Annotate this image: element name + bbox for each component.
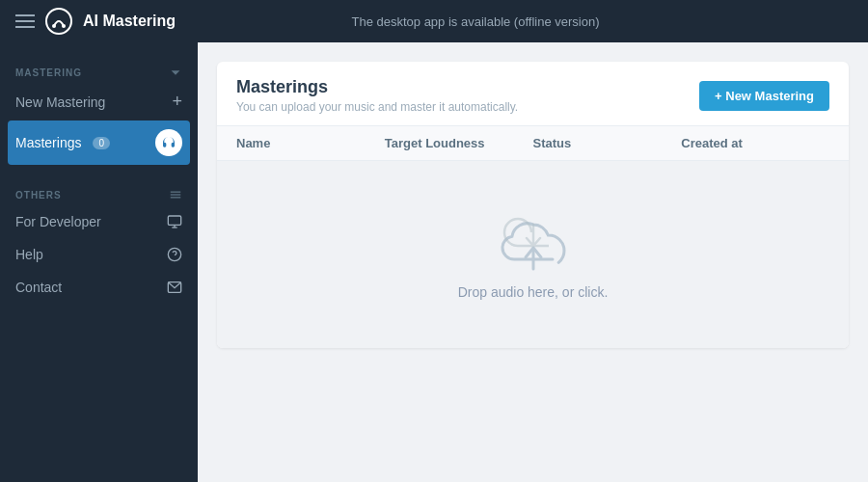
sidebar-item-label: New Mastering xyxy=(15,94,105,110)
topbar-notification: The desktop app is available (offline ve… xyxy=(351,14,599,29)
masterings-card: Masterings You can upload your music and… xyxy=(217,62,849,348)
card-header-text: Masterings You can upload your music and… xyxy=(236,77,518,114)
sidebar-item-label: For Developer xyxy=(15,214,101,229)
masterings-badge: 0 xyxy=(93,137,110,149)
svg-rect-5 xyxy=(171,197,181,198)
sidebar-section-mastering: MASTERING xyxy=(0,58,198,83)
menu-icon xyxy=(169,188,182,201)
sidebar-item-label: Help xyxy=(15,247,43,262)
col-target-loudness: Target Loudness xyxy=(385,136,533,150)
svg-point-2 xyxy=(62,24,66,28)
layout: MASTERING New Mastering + Masterings 0 xyxy=(0,42,868,482)
mail-icon xyxy=(167,280,182,295)
col-name: Name xyxy=(236,136,385,150)
sidebar-item-contact[interactable]: Contact xyxy=(0,271,198,304)
hamburger-icon[interactable] xyxy=(15,14,35,28)
download-icon xyxy=(169,66,182,79)
headphone-icon xyxy=(155,129,182,156)
sidebar-item-masterings[interactable]: Masterings 0 xyxy=(8,120,190,165)
sidebar-item-new-mastering[interactable]: New Mastering + xyxy=(0,83,198,120)
drop-zone-text: Drop audio here, or click. xyxy=(458,284,609,300)
svg-rect-3 xyxy=(171,192,181,193)
plus-icon: + xyxy=(172,92,182,112)
table-header: Name Target Loudness Status Created at xyxy=(217,125,849,161)
sidebar-item-label: Masterings xyxy=(15,135,81,150)
svg-rect-4 xyxy=(171,194,181,195)
upload-cloud-icon xyxy=(502,209,564,259)
sidebar-item-help[interactable]: Help xyxy=(0,238,198,271)
help-icon xyxy=(167,247,182,262)
logo-icon xyxy=(44,7,73,36)
svg-point-1 xyxy=(52,24,56,28)
svg-rect-6 xyxy=(168,216,180,225)
new-mastering-button[interactable]: + New Mastering xyxy=(699,81,829,111)
monitor-icon xyxy=(167,214,182,229)
page-subtitle: You can upload your music and master it … xyxy=(236,100,518,114)
masterings-left: Masterings 0 xyxy=(15,135,110,150)
sidebar-section-others: OTHERS xyxy=(0,180,198,205)
topbar-left: AI Mastering xyxy=(15,7,176,36)
col-status: Status xyxy=(533,136,682,150)
logo-text: AI Mastering xyxy=(83,13,176,30)
sidebar-item-label: Contact xyxy=(15,280,62,295)
content-area: Masterings You can upload your music and… xyxy=(198,42,868,482)
sidebar-item-for-developer[interactable]: For Developer xyxy=(0,205,198,238)
card-header: Masterings You can upload your music and… xyxy=(217,62,849,125)
topbar: AI Mastering The desktop app is availabl… xyxy=(0,0,868,42)
main-content: Masterings You can upload your music and… xyxy=(198,42,868,482)
col-created-at: Created at xyxy=(681,136,829,150)
drop-zone[interactable]: Drop audio here, or click. xyxy=(217,161,849,348)
sidebar: MASTERING New Mastering + Masterings 0 xyxy=(0,42,198,482)
page-title: Masterings xyxy=(236,77,518,97)
